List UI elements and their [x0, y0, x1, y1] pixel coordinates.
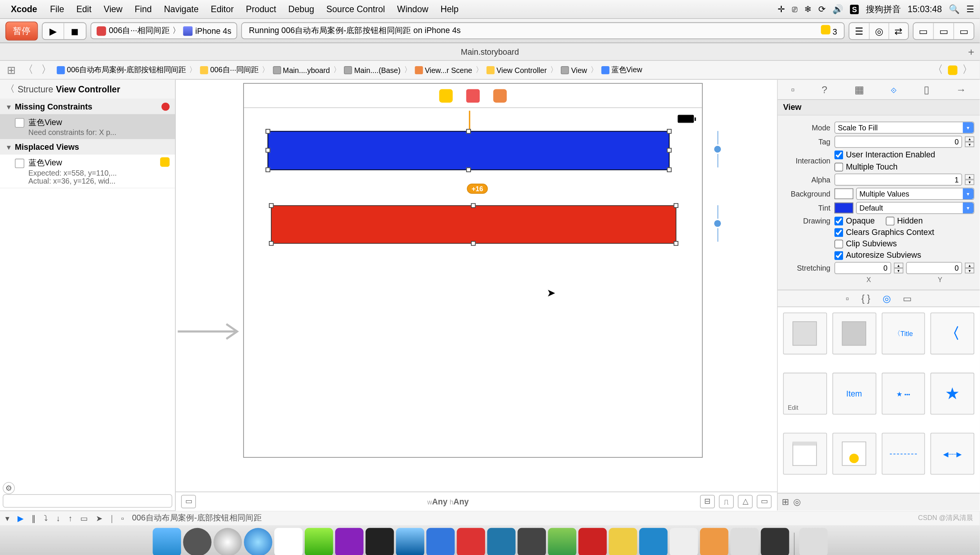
toggle-navigator-button[interactable]: ▭ — [913, 22, 933, 39]
spotlight-icon[interactable]: 🔍 — [949, 4, 959, 14]
step-over-button[interactable]: ⤵ — [44, 513, 48, 523]
lib-nav-controller[interactable] — [832, 313, 876, 354]
pause-button[interactable]: ‖ — [32, 513, 36, 523]
dock-sysprefs[interactable] — [183, 528, 211, 555]
lib-table[interactable] — [783, 433, 827, 475]
dock-launchpad[interactable] — [213, 528, 241, 555]
outline-filter-input[interactable] — [3, 494, 172, 508]
process-name[interactable]: 006自动布局案例-底部按钮相同间距 — [132, 512, 262, 524]
related-items-icon[interactable]: ⊞ — [4, 64, 18, 76]
stretch-x-stepper[interactable]: ▴▾ — [894, 263, 903, 273]
stretch-y-field[interactable] — [906, 262, 962, 274]
object-library-tab[interactable]: ◎ — [883, 293, 891, 304]
lib-toolbar[interactable] — [882, 433, 925, 475]
dock-finder[interactable] — [152, 528, 181, 555]
menu-debug[interactable]: Debug — [288, 4, 314, 14]
dock-app11[interactable] — [730, 528, 759, 555]
menu-help[interactable]: Help — [441, 4, 459, 14]
dock-safari[interactable] — [243, 528, 272, 555]
uie-checkbox[interactable]: User Interaction Enabled — [834, 150, 935, 159]
continue-button[interactable]: ▶ — [18, 513, 24, 523]
toggle-debug-console-icon[interactable]: ▾ — [5, 513, 10, 523]
crumb-scene[interactable]: View...r Scene — [415, 66, 472, 74]
canvas-area[interactable]: +16 ➤ — [176, 80, 777, 491]
blue-view[interactable] — [267, 131, 669, 170]
crumb-vc[interactable]: View Controller — [486, 66, 547, 74]
error-dot-icon[interactable] — [161, 103, 169, 111]
menu-editor[interactable]: Editor — [211, 4, 233, 14]
crumb-base[interactable]: Main....(Base) — [344, 66, 400, 74]
menu-product[interactable]: Product — [246, 4, 276, 14]
dock-app3[interactable] — [426, 528, 455, 555]
stretch-x-field[interactable] — [834, 262, 891, 274]
issue-warning-icon[interactable] — [948, 65, 957, 74]
menu-window[interactable]: Window — [397, 4, 428, 14]
scheme-selector[interactable]: 006自···相同间距 〉 iPhone 4s — [90, 22, 237, 39]
outline-toggle-button[interactable]: ▭ — [181, 494, 196, 508]
lib-star[interactable]: ★ — [930, 372, 974, 414]
outline-header[interactable]: 〈 Structure View Controller — [0, 80, 175, 99]
dock-app10[interactable] — [700, 528, 728, 555]
sync-icon[interactable]: ⟳ — [818, 4, 826, 14]
new-tab-button[interactable]: + — [968, 46, 974, 58]
pin-button[interactable]: ⎍ — [719, 494, 734, 508]
lib-nav-item[interactable]: 〈 Title — [882, 313, 925, 354]
dock-app5[interactable] — [487, 528, 515, 555]
section-misplaced-views[interactable]: ▼ Misplaced Views — [0, 140, 175, 155]
connections-tab[interactable]: → — [956, 83, 966, 95]
step-out-button[interactable]: ↑ — [68, 513, 72, 523]
lib-edit-item[interactable]: Edit — [783, 372, 827, 414]
dock-filezilla[interactable] — [578, 528, 607, 555]
dock-app8[interactable] — [608, 528, 637, 555]
screen-record-icon[interactable]: ⎚ — [792, 4, 797, 14]
editor-standard-button[interactable]: ☰ — [849, 22, 869, 39]
dock-xcode[interactable] — [396, 528, 424, 555]
stop-debug-button[interactable]: 暂停 — [5, 21, 38, 40]
filter-icon[interactable]: ◎ — [793, 497, 801, 507]
bg-swatch[interactable] — [834, 189, 853, 199]
toggle-debug-button[interactable]: ▭ — [933, 22, 954, 39]
prev-issue-button[interactable]: 〈 — [930, 63, 946, 77]
dock-app7[interactable] — [547, 528, 576, 555]
menu-edit[interactable]: Edit — [76, 4, 92, 14]
crumb-blueview[interactable]: 蓝色View — [601, 65, 642, 75]
crumb-view[interactable]: View — [561, 66, 587, 74]
size-tab[interactable]: ▯ — [924, 83, 929, 95]
menu-source-control[interactable]: Source Control — [327, 4, 385, 14]
crumb-project[interactable]: 006自动布局案例-底部按钮相同间距 — [57, 65, 186, 75]
dock-trash[interactable] — [799, 528, 827, 555]
app-name[interactable]: Xcode — [11, 4, 37, 14]
align-button[interactable]: ⊟ — [700, 494, 715, 508]
file-inspector-tab[interactable]: ▫ — [791, 83, 795, 95]
clock[interactable]: 15:03:48 — [908, 4, 942, 14]
height-guide[interactable] — [714, 131, 721, 168]
crosshair-icon[interactable]: ✛ — [777, 4, 785, 14]
alpha-stepper[interactable]: ▴▾ — [965, 174, 974, 185]
ime-name[interactable]: 搜狗拼音 — [866, 3, 901, 15]
menu-find[interactable]: Find — [135, 4, 152, 14]
resolve-button[interactable]: △ — [738, 494, 753, 508]
outline-filter-config-icon[interactable]: ⚙ — [3, 482, 15, 494]
issue-item-1[interactable]: 蓝色View Need constraints for: X p... — [0, 114, 175, 140]
dock-onenote[interactable] — [335, 528, 363, 555]
attributes-tab[interactable]: ⟐ — [891, 83, 897, 95]
mode-popup[interactable]: Scale To Fill▾ — [834, 122, 974, 134]
grid-view-icon[interactable]: ⊞ — [782, 497, 789, 507]
dock-app9[interactable] — [669, 528, 698, 555]
lib-toolbar-arrows[interactable]: ◀┄┄▶ — [930, 433, 974, 475]
snowflake-icon[interactable]: ❄︎ — [804, 4, 812, 14]
bg-popup[interactable]: Multiple Values▾ — [856, 188, 974, 200]
section-missing-constraints[interactable]: ▼ Missing Constraints — [0, 99, 175, 114]
initial-vc-arrow-icon[interactable] — [178, 323, 242, 340]
menu-file[interactable]: File — [50, 4, 64, 14]
dock-word[interactable] — [639, 528, 667, 555]
lib-back-chevron[interactable]: 〈 — [930, 313, 974, 354]
lib-collection[interactable] — [832, 433, 876, 475]
scene-canvas[interactable]: +16 ➤ — [243, 83, 703, 458]
tint-popup[interactable]: Default▾ — [856, 202, 974, 214]
warning-indicator[interactable]: 3 — [821, 25, 837, 37]
size-class-control[interactable]: wAny hAny — [200, 496, 696, 506]
tag-field[interactable] — [834, 136, 962, 148]
constraint-badge[interactable]: +16 — [467, 184, 488, 194]
hidden-checkbox[interactable]: Hidden — [886, 216, 923, 225]
